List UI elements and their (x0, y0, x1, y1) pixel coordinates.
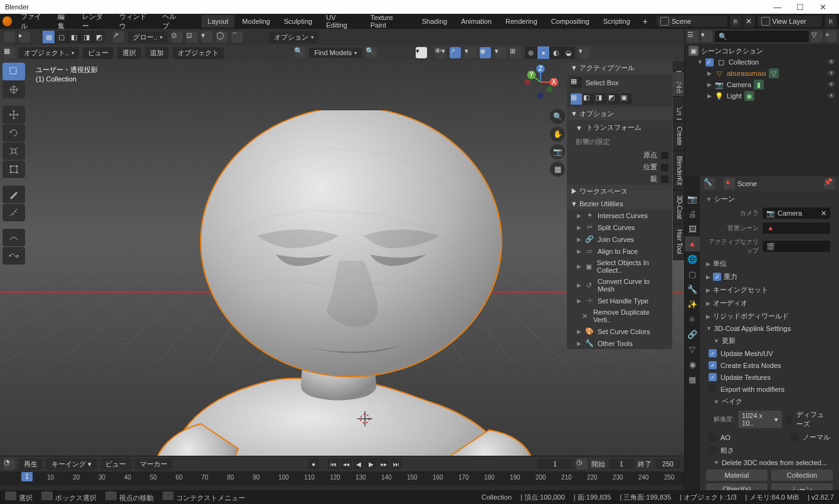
ntab-blenderkit[interactable]: BlenderKit (673, 151, 684, 191)
sec-update[interactable]: ▼更新 (702, 334, 836, 347)
workspace-tab-modeling[interactable]: Modeling (236, 15, 277, 28)
ptab-particles[interactable]: ✨ (685, 297, 700, 312)
cb-ao[interactable] (709, 433, 717, 441)
minimize-button[interactable]: — (766, 3, 789, 12)
sec-scene[interactable]: ▼シーン (702, 192, 836, 206)
end-frame[interactable]: 250 (655, 459, 680, 469)
shading-wire-icon[interactable]: ⊚ (525, 46, 537, 59)
props-editor-icon[interactable]: 🔧 (704, 178, 715, 189)
shading-lookdev-icon[interactable]: ◐ (550, 46, 562, 59)
pin-icon[interactable]: 📌 (824, 178, 835, 189)
jump-end-button[interactable]: ⏭ (391, 458, 402, 470)
find-models-search-icon[interactable]: 🔍 (366, 47, 377, 58)
sec-3dcoat[interactable]: ▼3D-Coat Applink Settings (702, 323, 836, 334)
find-models-caret[interactable]: ▾ (416, 47, 427, 58)
collection-row[interactable]: ▼ ✓ ▢ Collection 👁 (686, 56, 838, 68)
scene-new-button[interactable]: ⎘ (730, 15, 742, 28)
pan-button[interactable]: ✋ (550, 127, 565, 142)
np-bezier-header[interactable]: ▼ Bezier Utilities (567, 198, 672, 209)
cb-export-mod[interactable] (709, 385, 717, 393)
workspace-tab-sculpting[interactable]: Sculpting (278, 15, 319, 28)
np-workspace-header[interactable]: ▶ ワークスペース (567, 185, 672, 198)
mesh-visibility-icon[interactable]: 👁 (828, 69, 835, 78)
frame-lock-icon[interactable]: ◷ (576, 458, 588, 470)
tl-keying-menu[interactable]: キーイング ▾ (46, 458, 97, 470)
sec-delete-nodes[interactable]: ▼Delete 3DC nodes from selected... (702, 457, 836, 468)
scene-delete-button[interactable]: ✕ (743, 15, 755, 28)
menu-select[interactable]: 選択 (117, 47, 141, 59)
menu-object[interactable]: オブジェクト (172, 47, 224, 59)
workspace-tab-animation[interactable]: Animation (455, 15, 498, 28)
snap-dropdown[interactable]: ▾ (201, 31, 213, 43)
tl-playback-menu[interactable]: 再生 (19, 458, 43, 470)
ptab-modifiers[interactable]: 🔧 (685, 281, 700, 297)
play-button[interactable]: ▶ (366, 458, 377, 470)
mode-dropdown[interactable]: オブジェクト..▾ (19, 47, 79, 59)
options-dropdown[interactable]: オプション▾ (269, 31, 319, 43)
mesh-object[interactable] (113, 110, 552, 456)
menu-edit[interactable]: 編集 (53, 12, 76, 31)
ptab-output[interactable]: 🖨 (685, 206, 700, 221)
bezier-set-curve-colors[interactable]: ▶🎨Set Curve Colors (567, 325, 672, 337)
current-frame[interactable]: 1 (537, 459, 573, 469)
tool-scale[interactable] (3, 142, 25, 160)
object-row-mesh[interactable]: ▶ ▽ aburasumasi ▽ 👁 (686, 68, 838, 79)
sec-audio[interactable]: ▶オーディオ (702, 297, 836, 310)
menu-render[interactable]: レンダー (77, 12, 113, 31)
timeline-editor-icon[interactable]: ◔ (4, 458, 15, 470)
select-mode-edge-icon[interactable]: ◧ (68, 31, 80, 43)
tool-curve-edit[interactable] (3, 247, 25, 265)
workspace-add-button[interactable]: + (638, 16, 653, 26)
object-row-camera[interactable]: ▶ 📷 Camera ▮ 👁 (686, 79, 838, 90)
viewport[interactable]: ユーザー・透視投影 (1) Collection (0, 60, 684, 456)
drag-add-icon[interactable]: ◧ (583, 93, 594, 105)
proportional-falloff-icon[interactable]: ⌒ (231, 31, 243, 43)
snap-toggle[interactable]: ⊡ (186, 31, 198, 43)
close-button[interactable]: ✕ (811, 3, 834, 12)
sec-gravity[interactable]: ▶✓重力 (702, 270, 836, 283)
tool-annotate[interactable] (3, 186, 25, 203)
bezier-convert-to-mesh[interactable]: ▶↺Convert Curve to Mesh (567, 276, 672, 295)
sec-unit[interactable]: ▶単位 (702, 257, 836, 270)
outliner-display-mode[interactable]: ▾ (701, 31, 712, 42)
collection-checkbox[interactable]: ✓ (705, 58, 714, 66)
tool-move[interactable] (3, 106, 25, 123)
camera-visibility-icon[interactable]: 👁 (828, 80, 835, 89)
nav-gizmo[interactable]: X Z Y (522, 64, 559, 100)
ortho-toggle-button[interactable]: ▦ (550, 162, 565, 177)
menu-file[interactable]: ファイル (16, 12, 51, 31)
editor-mode-icon[interactable]: ▦ (4, 47, 15, 58)
ptab-world[interactable]: 🌐 (685, 251, 700, 266)
next-key-button[interactable]: ▸▸ (378, 458, 389, 470)
ntab-3dcoat[interactable]: 3D-Coat (673, 191, 684, 224)
find-models-icon[interactable]: 🔍 (294, 47, 305, 58)
np-active-tool-header[interactable]: ▼ アクティブツール (567, 61, 672, 75)
bg-scene-field[interactable]: 🔺 (762, 223, 830, 234)
bezier-split-curves[interactable]: ▶✂Split Curves (567, 221, 672, 233)
shading-render-icon[interactable]: ◒ (562, 46, 575, 59)
visibility-dropdown[interactable]: 👁▾ (435, 47, 446, 58)
overlay-toggle[interactable]: ◉ (480, 47, 491, 58)
bezier-align-to-face[interactable]: ▶▱Align to Face (567, 245, 672, 257)
ptab-texture[interactable]: ▦ (685, 372, 700, 387)
start-frame[interactable]: 1 (609, 459, 634, 469)
ptab-scene[interactable]: 🔺 (685, 236, 700, 251)
workspace-tab-compositing[interactable]: Compositing (545, 15, 596, 28)
ntab-view[interactable]: ビュー (673, 97, 684, 122)
sec-bake[interactable]: ▼ベイク (702, 395, 836, 408)
tl-view-menu[interactable]: ビュー (100, 458, 131, 470)
workspace-tab-rendering[interactable]: Rendering (499, 15, 544, 28)
drag-new-icon[interactable]: ▦ (571, 93, 582, 105)
camera-view-button[interactable]: 📷 (550, 144, 565, 159)
viewlayer-selector[interactable]: View Layer (757, 16, 823, 27)
pivot-icon[interactable]: ⊙ (171, 31, 182, 43)
object-row-light[interactable]: ▶ 💡 Light ◉ 👁 (686, 90, 838, 102)
outliner-editor-icon[interactable]: ☰ (687, 31, 699, 42)
ptab-physics[interactable]: ⚛ (685, 312, 700, 327)
outliner-filter-button[interactable]: ▽ (811, 31, 823, 42)
outliner-new-collection[interactable]: + (825, 31, 836, 42)
ptab-material[interactable]: ◉ (685, 357, 700, 372)
np-position-checkbox[interactable] (661, 164, 668, 171)
btn-collection[interactable]: Collection (771, 470, 833, 481)
select-mode-extra-icon[interactable]: ◩ (93, 31, 105, 43)
